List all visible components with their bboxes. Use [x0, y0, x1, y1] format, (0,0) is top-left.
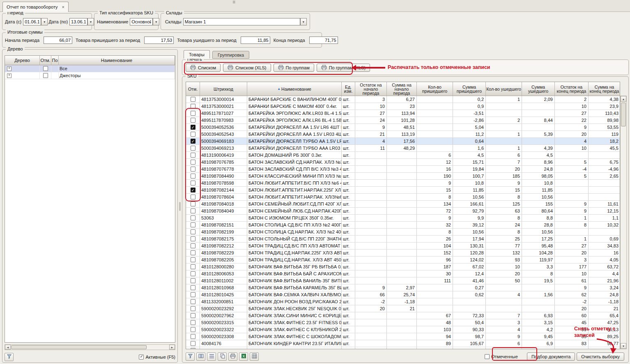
sku-check-cell[interactable] — [186, 222, 200, 228]
sku-row[interactable]: 5900020023322БАТОНЧИК ЗЛАК.ФИТНЕС С КЛУБ… — [186, 326, 620, 333]
sku-check-cell[interactable] — [186, 256, 200, 263]
row-checkbox[interactable] — [191, 222, 195, 227]
row-checkbox[interactable] — [191, 111, 195, 116]
sku-check-cell[interactable] — [186, 166, 200, 172]
row-checkbox[interactable] — [191, 208, 195, 213]
sku-row[interactable]: 4810987082199БАТОН СТОЛИЦА СД.НАР.ПАК. Х… — [186, 229, 620, 236]
sku-row[interactable]: 5900020027962БАТОНЧИК ЗЛАК.СИНИ МИНИС С … — [186, 312, 620, 319]
row-checkbox[interactable] — [191, 146, 195, 151]
scroll-right-icon[interactable]: ► — [169, 345, 175, 350]
sku-row[interactable]: 4810128010968БАТОНЧИК ВАФ.ВИТЬБА КАРАМЕЛ… — [186, 284, 620, 291]
print-button[interactable] — [228, 353, 237, 361]
print-button[interactable]: По группам — [274, 64, 314, 72]
sku-check-cell[interactable] — [186, 291, 200, 298]
sku-check-cell[interactable] — [186, 340, 200, 347]
expand-icon[interactable]: + — [7, 66, 11, 71]
tree-filter-button[interactable] — [5, 353, 14, 361]
sku-row[interactable]: 4895117871027БАТАРЕЙКА ЭРГОЛЮКС АЛК.LR03… — [186, 110, 620, 117]
row-checkbox[interactable] — [191, 97, 195, 102]
sku-row[interactable]: 5000394069213БАТАРЕЙКИ ДЮРАСЕЛЛ ТУРБО АА… — [186, 145, 620, 152]
row-checkbox[interactable] — [191, 153, 195, 158]
sku-check-cell[interactable] — [186, 131, 200, 137]
splitter-handle[interactable] — [179, 202, 181, 211]
row-checkbox[interactable] — [191, 320, 195, 325]
pick-document-button[interactable]: Подбор документа — [527, 353, 575, 361]
sku-check-cell[interactable] — [186, 194, 200, 200]
warehouses-dropdown-icon[interactable]: ▾ — [300, 18, 307, 25]
sku-column-header[interactable]: Сумма на начало периода — [387, 82, 417, 96]
sku-row[interactable]: 53063БАТОН С ИЗЮМОМ ПР.ЦЕХ 350Г 0.35кг.ш… — [186, 215, 620, 222]
sku-row[interactable]: 4810987082151БАТОН СТОЛИЦА СД.В/С ПП ХЛ/… — [186, 222, 620, 229]
row-checkbox[interactable] — [191, 313, 195, 318]
row-checkbox[interactable] — [191, 125, 195, 130]
sku-row[interactable]: 4811332000851БАТОНЧИК ДОН РООН ВОЗД.РИС/… — [186, 298, 620, 305]
sku-type-dropdown-icon[interactable]: ▾ — [153, 18, 159, 25]
row-checkbox[interactable] — [191, 271, 195, 276]
sku-check-cell[interactable] — [186, 284, 200, 291]
sku-check-cell[interactable] — [186, 347, 200, 349]
expand-icon[interactable]: + — [7, 73, 11, 78]
sku-row[interactable]: 4810987078598БАТОН ЛЮБИТ.АППЕТИТ.В/С ПП … — [186, 180, 620, 187]
sku-row[interactable]: 5000394052543БАТАРЕЙКИ ДЮРАСЕЛЛ ААА 1.5V… — [186, 131, 620, 138]
tree-column-header[interactable]: Отм. — [40, 56, 51, 65]
sku-check-cell[interactable] — [186, 173, 200, 179]
sku-row[interactable]: 5000394069183БАТАРЕЙКИ ДЮРАСЕЛЛ ТУРБО АА… — [186, 138, 620, 145]
sku-row[interactable]: 4810987078604БАТОН ЛЮБИТ.АППЕТИТ.НАР.ПАК… — [186, 194, 620, 201]
date-from-picker-icon[interactable]: ▾ — [41, 18, 48, 25]
row-checkbox[interactable] — [191, 195, 195, 199]
row-checkbox[interactable] — [191, 167, 195, 172]
date-to-input[interactable] — [69, 18, 87, 25]
sku-check-cell[interactable] — [186, 103, 200, 110]
sku-check-cell[interactable] — [186, 138, 200, 144]
sku-row[interactable]: 4813753000021БАРАНКИ БАРСКИЕ С МАКОМ 400… — [186, 103, 620, 110]
tree-expand-cell[interactable]: + — [5, 72, 40, 79]
tree-row-checkbox[interactable] — [43, 66, 48, 71]
tab-report[interactable]: Отчет по товарообороту × — [2, 2, 69, 12]
active-checkbox-label[interactable]: Активные (F5) — [139, 355, 175, 359]
sku-row[interactable]: 40084077БАТОНЧИК КИНДЕР ШОКОЛАД МАКСИ 21… — [186, 347, 620, 349]
tree-expand-cell[interactable]: + — [5, 65, 40, 72]
tree-column-header[interactable]: Дерево — [5, 56, 40, 65]
active-checkbox[interactable] — [139, 355, 144, 359]
sku-column-header[interactable]: Сумма ушедшего — [522, 82, 555, 96]
sku-check-cell[interactable] — [186, 326, 200, 333]
row-checkbox[interactable] — [191, 139, 195, 144]
sku-check-cell[interactable] — [186, 124, 200, 130]
scroll-up-icon[interactable]: ▲ — [621, 96, 626, 102]
sku-check-cell[interactable] — [186, 152, 200, 158]
sku-row[interactable]: 5900020023292БАТОНЧИК ЗЛАК.НЕСКВИК 25Г N… — [186, 305, 620, 312]
scroll-left-icon[interactable]: ◄ — [5, 345, 11, 350]
sku-row[interactable]: 4810128010425БАТОНЧИК ВАФ.СЕМКА ХАЛВИЧ Х… — [186, 291, 620, 298]
sku-row[interactable]: 4810987082229БАТОН ТРАДИЦ.СД.НАР.ПАК.225… — [186, 250, 620, 256]
row-checkbox[interactable] — [191, 118, 195, 123]
sku-row[interactable]: 4810987082212БАТОН ТРАДИЦ.СД.В/С ПП ХЛ/З… — [186, 243, 620, 250]
columns-button[interactable] — [196, 353, 205, 361]
excel-button[interactable]: X — [239, 353, 248, 361]
row-checkbox[interactable] — [191, 174, 195, 179]
tree-check-cell[interactable] — [40, 65, 51, 72]
tree-row-checkbox[interactable] — [43, 73, 48, 78]
sku-row[interactable]: 4810987084490БАТОН КЛАССИЧЕСКИЙ МИНИ ПП … — [186, 173, 620, 180]
sku-row[interactable]: 4810987082144БАТОН ЛЮБИТ.АППЕТИТ.НАР.ПАК… — [186, 187, 620, 194]
sku-row[interactable]: 4810128011002БАТОНЧИК ВАФ.ВИТЬБА ВАНИЛЬ … — [186, 277, 620, 284]
sku-check-cell[interactable] — [186, 319, 200, 326]
print-button[interactable]: Списком (XLS) — [223, 64, 271, 72]
sku-check-cell[interactable] — [186, 312, 200, 319]
row-checkbox[interactable] — [191, 327, 195, 332]
sku-row[interactable]: 5000394052536БАТАРЕЙКИ ДЮРАСЕЛЛ АА 1.5V … — [186, 124, 620, 131]
sku-column-header[interactable]: Остаток на конец периода — [555, 82, 589, 96]
sku-check-cell[interactable] — [186, 96, 200, 103]
filter-button[interactable] — [186, 353, 195, 361]
sku-check-cell[interactable] — [186, 305, 200, 312]
row-checkbox[interactable] — [191, 181, 195, 185]
sku-check-cell[interactable] — [186, 277, 200, 284]
row-checkbox[interactable] — [191, 306, 195, 311]
sku-row[interactable]: 5900020023308БАТОНЧИК ЗЛАК.ФИТНЕС С ШОКО… — [186, 333, 620, 340]
row-checkbox[interactable] — [191, 285, 195, 290]
row-checkbox[interactable] — [191, 292, 195, 297]
row-checkbox[interactable] — [191, 132, 195, 137]
sku-type-select[interactable] — [130, 18, 153, 25]
row-checkbox[interactable] — [191, 160, 195, 165]
sku-row[interactable]: 4813190006419БАТОН ДОМАШНИЙ РБ 300Г 0.3к… — [186, 152, 620, 159]
row-checkbox[interactable] — [191, 201, 195, 206]
